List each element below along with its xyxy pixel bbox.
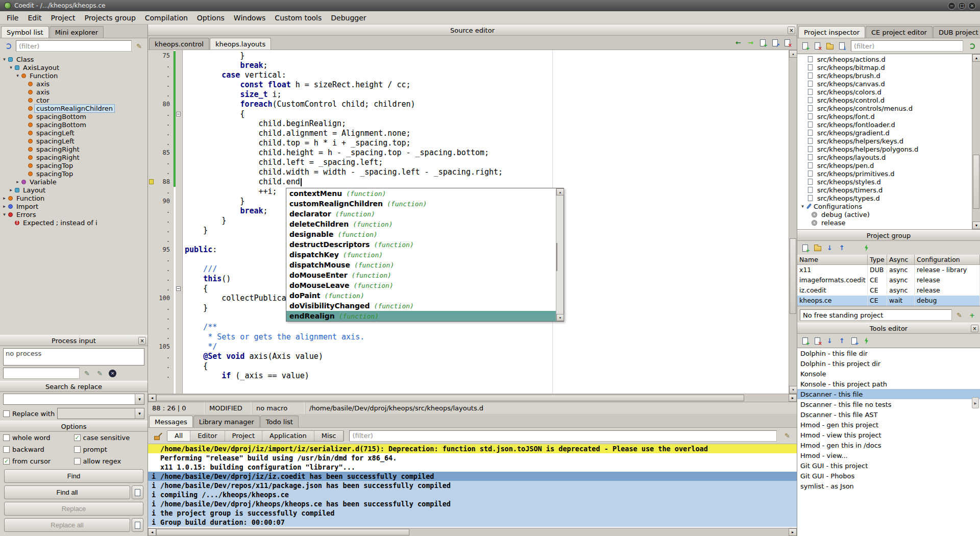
scrollbar-thumb[interactable] <box>156 529 409 535</box>
tool-item-dolphin-this-project-dir[interactable]: Dolphin - this project dir <box>797 358 980 369</box>
editor-line[interactable]: . * Sets or gets the alignment axis. <box>148 332 789 342</box>
menu-item-options[interactable]: Options <box>192 12 229 23</box>
chevron-down-icon[interactable]: ▾ <box>135 394 144 404</box>
open-file-icon[interactable]: ↗ <box>770 37 780 48</box>
source-editor-close-icon[interactable]: × <box>788 27 795 34</box>
scroll-left-icon[interactable]: ◂ <box>148 394 156 402</box>
tree-item-spacingbottom[interactable]: spacingBottom <box>0 112 148 120</box>
save-project-icon[interactable]: ↓ <box>837 41 847 52</box>
completion-item-domouseleave[interactable]: doMouseLeave(function) <box>286 280 556 290</box>
menu-item-debugger[interactable]: Debugger <box>326 12 371 23</box>
process-input-close-icon[interactable]: × <box>138 337 146 345</box>
inspector-filter-input[interactable] <box>851 40 963 52</box>
compile-group-icon[interactable] <box>861 242 872 253</box>
menu-item-windows[interactable]: Windows <box>229 12 271 23</box>
message-row[interactable]: ithe project group is successfully compi… <box>148 508 797 518</box>
tree-item-spacingleft[interactable]: spacingLeft <box>0 137 148 145</box>
option-prompt[interactable]: prompt <box>74 446 145 453</box>
tool-item-konsole[interactable]: Konsole <box>797 369 980 379</box>
file-item-src-kheops-control-d[interactable]: src/kheops/control.d <box>797 96 972 104</box>
checkbox-prompt[interactable] <box>74 446 81 453</box>
menu-item-compilation[interactable]: Compilation <box>140 12 192 23</box>
tab-messages[interactable]: Messages <box>149 416 193 427</box>
file-item-src-kheops-actions-d[interactable]: src/kheops/actions.d <box>797 55 972 63</box>
editor-line[interactable]: . child.width = width - _spacing.left - … <box>148 167 789 177</box>
editor-line[interactable]: . break; <box>148 61 789 70</box>
replace-with-combo[interactable]: ▾ <box>57 408 144 419</box>
tool-item-git-gui-this-project[interactable]: Git GUI - this project <box>797 460 980 471</box>
close-file-icon[interactable]: × <box>782 37 793 48</box>
menu-item-file[interactable]: File <box>2 12 23 23</box>
file-item-src-kheops-gradient-d[interactable]: src/kheops/gradient.d <box>797 129 972 137</box>
file-item-src-kheops-fontloader-d[interactable]: src/kheops/fontloader.d <box>797 120 972 129</box>
tree-item-axis[interactable]: axis <box>0 88 148 96</box>
open-folder-icon[interactable] <box>824 41 835 52</box>
option-whole-word[interactable]: whole word <box>3 434 74 442</box>
scrollbar-thumb[interactable] <box>156 395 744 401</box>
pen-icon[interactable]: ✎ <box>782 430 793 441</box>
message-row[interactable]: icompiling /.../kheops/kheops.ce <box>148 490 797 499</box>
option-from-cursor[interactable]: ✓from cursor <box>3 457 74 465</box>
tree-item-spacingright[interactable]: spacingRight <box>0 145 148 153</box>
tree-item-configurations[interactable]: ▾Configurations <box>797 202 972 210</box>
scroll-up-icon[interactable]: ▴ <box>789 50 797 58</box>
checkbox-case-sensitive[interactable]: ✓ <box>74 434 81 441</box>
tree-expand-icon[interactable]: ▸ <box>8 187 14 192</box>
scroll-down-icon[interactable]: ▾ <box>972 222 980 229</box>
file-item-src-kheops-pen-d[interactable]: src/kheops/pen.d <box>797 161 972 169</box>
fold-icon[interactable] <box>176 112 181 116</box>
tree-item-function[interactable]: ▸Function <box>0 194 148 202</box>
editor-line[interactable]: . case vertical: <box>148 70 789 80</box>
editor-line[interactable]: . child.left = _spacing.left; <box>148 158 789 167</box>
completion-item-dispatchmouse[interactable]: dispatchMouse(function) <box>286 260 556 270</box>
tool-item-hmod-view-this-project[interactable]: Hmod - view this project <box>797 430 980 440</box>
option-case-sensitive[interactable]: ✓case sensitive <box>74 434 145 442</box>
tree-item-customrealignchildren[interactable]: customRealignChildren <box>0 104 148 112</box>
scroll-down-icon[interactable]: ▾ <box>789 386 797 394</box>
completion-item-deletechildren[interactable]: deleteChildren(function) <box>286 219 556 229</box>
tree-expand-icon[interactable]: ▾ <box>1 57 8 62</box>
add-icon[interactable]: + <box>967 310 977 321</box>
message-row[interactable]: iGroup build duration: 00:00:07 <box>148 518 797 527</box>
tool-item-git-gui-phobos[interactable]: Git GUI - Phobos <box>797 471 980 481</box>
file-item-src-kheops-colors-d[interactable]: src/kheops/colors.d <box>797 88 972 96</box>
editor-line[interactable]: . size_t i; <box>148 90 789 100</box>
tool-item-hmod-view[interactable]: Hmod - view... <box>797 450 980 460</box>
file-item-src-kheops-types-d[interactable]: src/kheops/types.d <box>797 194 972 202</box>
completion-item-dispatchkey[interactable]: dispatchKey(function) <box>286 250 556 260</box>
list-results-icon[interactable] <box>132 485 143 499</box>
option-backward[interactable]: backward <box>3 446 74 453</box>
go-back-icon[interactable]: ← <box>733 37 744 48</box>
tree-item-axis[interactable]: axis <box>0 80 148 88</box>
clone-tool-icon[interactable]: + <box>849 335 860 346</box>
menu-item-custom-tools[interactable]: Custom tools <box>270 12 326 23</box>
scroll-right-icon[interactable]: ▸ <box>789 528 797 536</box>
completion-item-designable[interactable]: designable(function) <box>286 229 556 239</box>
editor-line[interactable]: . { <box>148 361 789 371</box>
search-term-combo[interactable]: ▾ <box>3 394 144 405</box>
file-item-src-kheops-styles-d[interactable]: src/kheops/styles.d <box>797 178 972 186</box>
project-row-x11[interactable]: x11DUBasyncrelease - library <box>797 265 980 275</box>
tree-expand-icon[interactable]: ▸ <box>1 196 8 201</box>
scroll-left-icon[interactable]: ◂ <box>148 528 156 536</box>
go-forward-icon[interactable]: → <box>745 37 756 48</box>
tab-project-inspector[interactable]: Project inspector <box>798 26 865 38</box>
completion-item-declarator[interactable]: declarator(function) <box>286 209 556 219</box>
tool-item-symlist-as-json[interactable]: symlist - as Json <box>797 481 980 491</box>
messages-hscrollbar[interactable]: ◂ ▸ <box>148 528 797 536</box>
message-row[interactable]: i/home/basile/Dev/dproj/kheops/kheops.ce… <box>148 499 797 508</box>
checkbox-allow-regex[interactable] <box>74 458 81 465</box>
tree-expand-icon[interactable]: ▾ <box>1 212 8 217</box>
tree-item-function[interactable]: ▾Function <box>0 71 148 80</box>
chevron-right-icon[interactable]: ▸ <box>972 397 979 408</box>
kill-process-icon[interactable]: × <box>107 368 118 379</box>
message-row[interactable]: i/home/basile/Dev/repos/x11/package.json… <box>148 481 797 490</box>
pen-icon[interactable]: ✎ <box>134 41 144 52</box>
tool-item-hmod-gen-this-project[interactable]: Hmod - gen this project <box>797 420 980 430</box>
tree-item-spacingtop[interactable]: spacingTop <box>0 169 148 178</box>
fold-icon[interactable] <box>176 286 181 291</box>
tree-item-spacingtop[interactable]: spacingTop <box>0 161 148 169</box>
file-item-src-kheops-layouts-d[interactable]: src/kheops/layouts.d <box>797 153 972 161</box>
tab-ce-project-editor[interactable]: CE project editor <box>866 26 933 38</box>
filter-misc[interactable]: Misc <box>314 431 344 441</box>
